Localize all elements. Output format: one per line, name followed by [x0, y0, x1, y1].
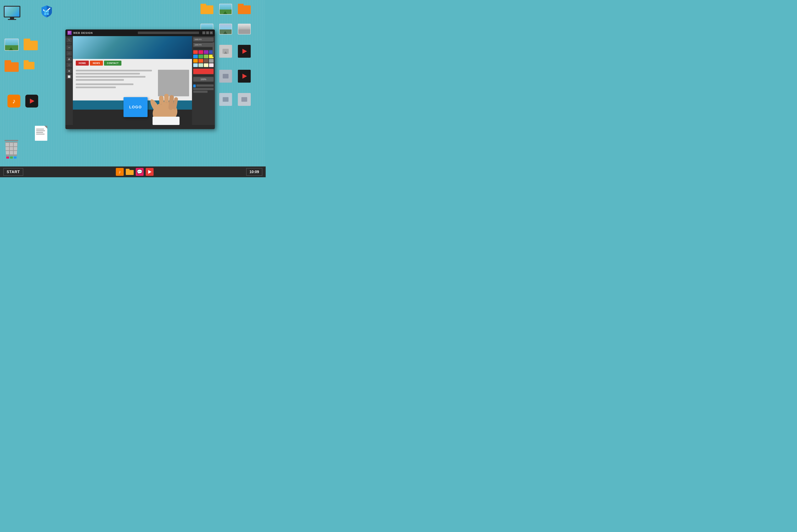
document-icon[interactable] [35, 126, 47, 141]
monitor-stand [10, 17, 14, 19]
width-input[interactable]: 1600 PX [193, 37, 213, 41]
panel-list-row-1 [193, 84, 213, 88]
svg-point-11 [160, 103, 162, 105]
monitor-desktop-icon[interactable] [4, 6, 20, 20]
hand-dragging [140, 83, 186, 125]
swatch-brown[interactable] [204, 59, 208, 63]
gray-placeholder-right-5[interactable] [238, 93, 251, 106]
nav-news[interactable]: NEWS [90, 61, 103, 65]
nav-home[interactable]: HOME [76, 61, 89, 65]
scrollbar[interactable] [212, 42, 214, 57]
svg-rect-1 [47, 11, 49, 13]
tool-pencil[interactable]: ✏ [67, 45, 72, 50]
canvas-area: HOME NEWS CONTACT LOGO [73, 36, 192, 125]
tool-divider [67, 43, 71, 44]
folder-icon-right-2[interactable] [238, 4, 251, 14]
window-menu-bar-placeholder [138, 32, 199, 34]
tool-panel: ↖ ✏ □ A ◇ ▣ ⬜ [65, 36, 73, 125]
window-title: WEB DESIGN [73, 31, 134, 35]
canvas-navbar: HOME NEWS CONTACT [73, 59, 192, 67]
zoom-display[interactable]: 100% [193, 77, 213, 81]
recycle-bin-icon[interactable] [2, 140, 21, 158]
svg-rect-2 [44, 13, 46, 15]
swatch-grey[interactable] [209, 59, 213, 63]
svg-rect-3 [47, 13, 49, 15]
tool-select[interactable]: ↖ [67, 38, 72, 42]
window-titlebar: WEB DESIGN – □ ✕ [65, 30, 215, 36]
window-content-area: ↖ ✏ □ A ◇ ▣ ⬜ HOME NEWS CONTACT [65, 36, 215, 125]
swatch-light-green-2[interactable] [198, 63, 203, 67]
gray-placeholder-right-3[interactable] [219, 70, 232, 82]
panel-divider-3 [193, 83, 213, 83]
swatch-green[interactable] [198, 55, 203, 58]
gray-placeholder-right-4[interactable] [219, 93, 232, 106]
text-line-4 [76, 79, 124, 81]
taskbar-play-icon[interactable] [146, 168, 154, 176]
swatch-orange[interactable] [193, 59, 198, 63]
text-line-2 [76, 73, 140, 75]
nav-contact[interactable]: CONTACT [104, 61, 121, 65]
tool-paint[interactable]: ▣ [67, 69, 72, 73]
accent-swatch-red[interactable] [193, 69, 213, 74]
maximize-button[interactable]: □ [206, 31, 209, 34]
panel-list-item-1[interactable] [196, 84, 213, 87]
swatch-light-blue[interactable] [193, 63, 198, 67]
swatch-light-yellow[interactable] [204, 63, 208, 67]
start-button[interactable]: START [3, 168, 23, 176]
close-button[interactable]: ✕ [210, 31, 213, 34]
swatch-blue[interactable] [193, 55, 198, 58]
tool-rect[interactable]: □ [67, 51, 72, 56]
clock-display: 10:09 [246, 168, 262, 176]
folder-icon-2[interactable] [4, 60, 19, 72]
taskbar-chat-icon[interactable]: 💬 [136, 168, 144, 176]
minimize-button[interactable]: – [202, 31, 205, 34]
gray-placeholder-right[interactable] [219, 45, 232, 58]
windows-shield-icon[interactable] [40, 4, 54, 19]
canvas-header [73, 36, 192, 59]
swatch-red[interactable] [193, 50, 198, 54]
monitor-screen-body [4, 6, 20, 17]
window-controls[interactable]: – □ ✕ [202, 31, 213, 34]
swatch-pink[interactable] [198, 50, 203, 54]
color-swatch-grid [193, 50, 213, 67]
taskbar-icon-tray: ♪ 💬 [116, 168, 154, 176]
folder-icon-right-1[interactable] [201, 4, 213, 14]
panel-list-item-3[interactable] [193, 91, 208, 93]
tool-shape[interactable]: ◇ [67, 63, 72, 67]
web-design-window: WEB DESIGN – □ ✕ ↖ ✏ □ A ◇ ▣ ⬜ HOME [65, 30, 215, 129]
text-line-6 [76, 87, 116, 88]
folder-icon-3[interactable] [24, 60, 35, 69]
panel-list [193, 84, 213, 93]
play-icon-right-1[interactable] [238, 45, 251, 58]
folder-icon-1[interactable] [24, 39, 38, 50]
image-icon-1[interactable] [4, 39, 19, 51]
text-line-3 [76, 76, 146, 78]
taskbar-folder-icon[interactable] [126, 168, 134, 176]
music-icon[interactable]: ♪ [7, 95, 20, 108]
svg-point-12 [166, 102, 168, 103]
swatch-light-green[interactable] [204, 55, 208, 58]
properties-panel: 1600 PX 1600 PX [192, 36, 215, 125]
monitor-base [8, 19, 16, 20]
monitor-screen-display [4, 7, 20, 17]
swatch-light-pink[interactable] [209, 63, 213, 67]
play-icon-right-2[interactable] [238, 70, 251, 82]
svg-rect-0 [44, 11, 46, 13]
tool-eraser[interactable]: ⬜ [67, 74, 72, 79]
taskbar: START ♪ 💬 10:09 [0, 167, 266, 177]
text-line-5 [76, 83, 133, 85]
svg-rect-10 [153, 117, 179, 125]
panel-list-icon [193, 84, 196, 88]
swatch-deep-orange[interactable] [198, 59, 203, 63]
play-icon-left[interactable] [25, 95, 38, 108]
image-icon-right-1[interactable] [219, 4, 232, 15]
taskbar-music-icon[interactable]: ♪ [116, 168, 124, 176]
swatch-purple[interactable] [204, 50, 208, 54]
image-icon-right-3[interactable] [219, 24, 232, 35]
window-app-icon [68, 31, 72, 35]
panel-list-item-2[interactable] [193, 88, 213, 90]
tool-text[interactable]: A [67, 57, 72, 61]
height-input[interactable]: 1600 PX [193, 43, 213, 47]
image-icon-right-4[interactable] [238, 24, 251, 35]
svg-point-13 [171, 103, 173, 104]
